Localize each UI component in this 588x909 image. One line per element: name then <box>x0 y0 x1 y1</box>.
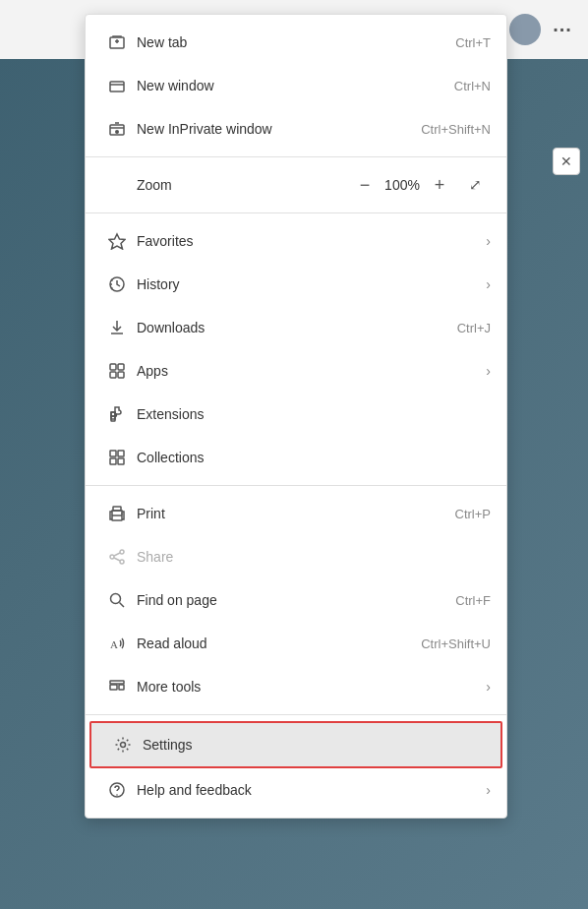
help-feedback-label: Help and feedback <box>137 782 478 798</box>
sidebar-close-button[interactable]: ✕ <box>553 148 580 175</box>
read-aloud-icon: A <box>101 635 133 652</box>
menu-item-downloads[interactable]: Downloads Ctrl+J <box>86 306 506 349</box>
menu-item-find-on-page[interactable]: Find on page Ctrl+F <box>86 578 506 622</box>
svg-rect-15 <box>112 515 122 520</box>
menu-item-new-window[interactable]: New window Ctrl+N <box>86 64 506 107</box>
divider-1 <box>86 156 506 157</box>
find-on-page-label: Find on page <box>137 592 455 608</box>
zoom-value: 100% <box>381 177 424 193</box>
svg-point-20 <box>110 555 114 559</box>
find-icon <box>101 591 133 609</box>
apps-icon <box>101 362 133 380</box>
new-window-label: New window <box>137 78 454 93</box>
menu-item-extensions[interactable]: Extensions <box>86 393 506 436</box>
help-icon <box>101 781 133 799</box>
avatar <box>509 14 541 45</box>
menu-item-favorites[interactable]: Favorites › <box>86 219 506 263</box>
history-label: History <box>137 276 478 292</box>
menu-item-apps[interactable]: Apps › <box>86 349 506 393</box>
zoom-controls: − 100% + ⤢ <box>349 169 491 201</box>
menu-item-print[interactable]: Print Ctrl+P <box>86 492 506 535</box>
print-icon <box>101 505 133 522</box>
svg-point-17 <box>121 513 123 515</box>
print-label: Print <box>137 506 455 521</box>
svg-rect-13 <box>110 458 116 464</box>
svg-line-21 <box>114 553 120 556</box>
svg-rect-16 <box>113 507 121 511</box>
svg-rect-14 <box>118 458 124 464</box>
svg-rect-6 <box>110 364 116 370</box>
collections-label: Collections <box>137 450 491 465</box>
zoom-label: Zoom <box>101 177 349 193</box>
help-arrow: › <box>486 782 491 798</box>
divider-3 <box>86 485 506 486</box>
svg-line-24 <box>120 603 125 608</box>
more-tools-label: More tools <box>137 679 478 695</box>
menu-item-collections[interactable]: Collections <box>86 436 506 479</box>
svg-point-3 <box>115 130 119 134</box>
read-aloud-shortcut: Ctrl+Shift+U <box>421 636 491 651</box>
apps-label: Apps <box>137 363 478 379</box>
divider-4 <box>86 714 506 715</box>
extensions-icon <box>101 405 133 423</box>
svg-text:A: A <box>110 638 118 650</box>
share-label: Share <box>137 549 491 565</box>
inprivate-icon <box>101 120 133 138</box>
collections-icon <box>101 449 133 466</box>
new-inprivate-label: New InPrivate window <box>137 121 421 137</box>
new-window-shortcut: Ctrl+N <box>454 79 491 93</box>
svg-point-18 <box>120 550 124 554</box>
settings-label: Settings <box>143 737 485 753</box>
downloads-label: Downloads <box>137 320 457 335</box>
menu-item-more-tools[interactable]: More tools › <box>86 665 506 708</box>
svg-rect-26 <box>110 685 117 690</box>
svg-point-31 <box>116 794 118 796</box>
downloads-icon <box>101 319 133 336</box>
zoom-row: Zoom − 100% + ⤢ <box>86 163 506 207</box>
settings-highlight-border: Settings <box>89 721 502 768</box>
more-tools-icon <box>101 678 133 696</box>
new-tab-label: New tab <box>137 34 455 50</box>
browser-menu: New tab Ctrl+T New window Ctrl+N New InP… <box>85 14 507 818</box>
menu-item-settings[interactable]: Settings <box>91 723 500 766</box>
svg-rect-11 <box>110 451 116 456</box>
svg-rect-12 <box>118 451 124 456</box>
downloads-shortcut: Ctrl+J <box>457 321 491 335</box>
find-shortcut: Ctrl+F <box>455 593 491 608</box>
history-arrow: › <box>486 276 491 292</box>
more-tools-arrow: › <box>486 679 491 695</box>
favorites-icon <box>101 232 133 250</box>
menu-item-share: Share <box>86 535 506 578</box>
svg-point-23 <box>111 594 121 604</box>
menu-item-help-feedback[interactable]: Help and feedback › <box>86 768 506 812</box>
read-aloud-label: Read aloud <box>137 636 421 651</box>
print-shortcut: Ctrl+P <box>455 507 491 521</box>
more-options-button[interactable]: ··· <box>545 12 580 47</box>
divider-2 <box>86 212 506 213</box>
settings-icon <box>107 736 139 754</box>
svg-rect-7 <box>118 364 124 370</box>
menu-item-read-aloud[interactable]: A Read aloud Ctrl+Shift+U <box>86 622 506 665</box>
favorites-label: Favorites <box>137 233 478 249</box>
menu-item-new-inprivate[interactable]: New InPrivate window Ctrl+Shift+N <box>86 107 506 151</box>
zoom-decrease-button[interactable]: − <box>349 169 381 201</box>
new-window-icon <box>101 77 133 94</box>
apps-arrow: › <box>486 363 491 379</box>
svg-rect-8 <box>110 372 116 378</box>
new-tab-shortcut: Ctrl+T <box>455 35 491 50</box>
history-icon <box>101 275 133 293</box>
svg-point-19 <box>120 560 124 564</box>
zoom-expand-button[interactable]: ⤢ <box>459 169 491 201</box>
svg-rect-1 <box>110 82 124 91</box>
svg-rect-9 <box>118 372 124 378</box>
zoom-increase-button[interactable]: + <box>424 169 455 201</box>
new-inprivate-shortcut: Ctrl+Shift+N <box>421 122 491 137</box>
svg-rect-27 <box>119 685 124 690</box>
favorites-arrow: › <box>486 233 491 249</box>
extensions-label: Extensions <box>137 406 491 422</box>
svg-rect-28 <box>110 681 124 684</box>
menu-item-new-tab[interactable]: New tab Ctrl+T <box>86 21 506 64</box>
menu-item-history[interactable]: History › <box>86 263 506 306</box>
svg-marker-4 <box>109 234 125 249</box>
svg-line-22 <box>114 558 120 561</box>
